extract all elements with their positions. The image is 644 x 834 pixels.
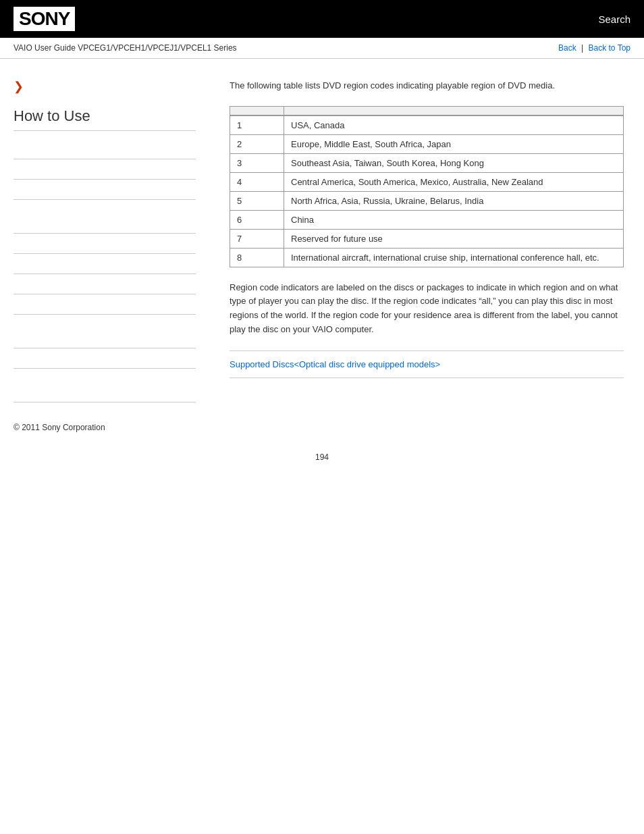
table-row: 4Central America, South America, Mexico,… <box>230 172 624 191</box>
breadcrumb: VAIO User Guide VPCEG1/VPCEH1/VPCEJ1/VPC… <box>14 43 237 53</box>
sidebar-spacer <box>14 200 196 213</box>
table-cell-region: Southeast Asia, Taiwan, South Korea, Hon… <box>284 153 624 172</box>
table-cell-region: China <box>284 210 624 229</box>
page-number: 194 <box>0 439 644 475</box>
table-row: 1USA, Canada <box>230 115 624 135</box>
intro-text: The following table lists DVD region cod… <box>230 79 624 93</box>
table-header-code <box>230 106 284 115</box>
table-cell-code: 3 <box>230 153 284 172</box>
bottom-divider2 <box>230 377 624 378</box>
region-table: 1USA, Canada2Europe, Middle East, South … <box>230 106 624 267</box>
table-cell-region: Central America, South America, Mexico, … <box>284 172 624 191</box>
nav-separator: | <box>581 43 583 53</box>
sidebar-arrow-icon: ❯ <box>14 79 196 94</box>
sidebar-item[interactable] <box>14 254 196 274</box>
table-cell-code: 6 <box>230 210 284 229</box>
table-cell-code: 1 <box>230 115 284 135</box>
sidebar-item[interactable] <box>14 234 196 254</box>
sidebar-title: How to Use <box>14 107 196 131</box>
sidebar-item[interactable] <box>14 180 196 200</box>
description-text: Region code indicators are labeled on th… <box>230 281 624 337</box>
table-row: 6China <box>230 210 624 229</box>
table-header-region <box>284 106 624 115</box>
sidebar-item[interactable] <box>14 274 196 294</box>
sidebar-item[interactable] <box>14 348 196 369</box>
copyright: © 2011 Sony Corporation <box>0 416 644 439</box>
table-cell-code: 4 <box>230 172 284 191</box>
nav-links: Back | Back to Top <box>558 43 630 53</box>
sidebar-item[interactable] <box>14 294 196 315</box>
sidebar-item[interactable] <box>14 213 196 234</box>
table-cell-code: 8 <box>230 248 284 267</box>
main-container: ❯ How to Use The following table lists D… <box>0 59 644 416</box>
table-row: 2Europe, Middle East, South Africa, Japa… <box>230 134 624 153</box>
table-row: 3Southeast Asia, Taiwan, South Korea, Ho… <box>230 153 624 172</box>
sidebar-item[interactable] <box>14 382 196 402</box>
sidebar-spacer <box>14 369 196 382</box>
table-cell-region: International aircraft, international cr… <box>284 248 624 267</box>
page-header: SONY Search <box>0 0 644 38</box>
table-cell-region: North Africa, Asia, Russia, Ukraine, Bel… <box>284 191 624 210</box>
sidebar-item[interactable] <box>14 139 196 159</box>
nav-bar: VAIO User Guide VPCEG1/VPCEH1/VPCEJ1/VPC… <box>0 38 644 59</box>
table-row: 5North Africa, Asia, Russia, Ukraine, Be… <box>230 191 624 210</box>
back-link[interactable]: Back <box>558 43 576 53</box>
sidebar: ❯ How to Use <box>0 59 209 416</box>
sidebar-item[interactable] <box>14 159 196 180</box>
sony-logo: SONY <box>14 7 75 31</box>
sidebar-item[interactable] <box>14 328 196 348</box>
search-label[interactable]: Search <box>598 14 630 25</box>
table-cell-region: Europe, Middle East, South Africa, Japan <box>284 134 624 153</box>
table-cell-region: Reserved for future use <box>284 229 624 248</box>
supported-discs-link[interactable]: Supported Discs<Optical disc drive equip… <box>230 359 440 369</box>
content-area: The following table lists DVD region cod… <box>209 59 644 416</box>
bottom-divider <box>230 350 624 351</box>
table-row: 7Reserved for future use <box>230 229 624 248</box>
table-cell-code: 7 <box>230 229 284 248</box>
table-cell-code: 5 <box>230 191 284 210</box>
back-to-top-link[interactable]: Back to Top <box>589 43 630 53</box>
table-row: 8International aircraft, international c… <box>230 248 624 267</box>
table-cell-code: 2 <box>230 134 284 153</box>
sidebar-spacer <box>14 315 196 328</box>
table-cell-region: USA, Canada <box>284 115 624 135</box>
